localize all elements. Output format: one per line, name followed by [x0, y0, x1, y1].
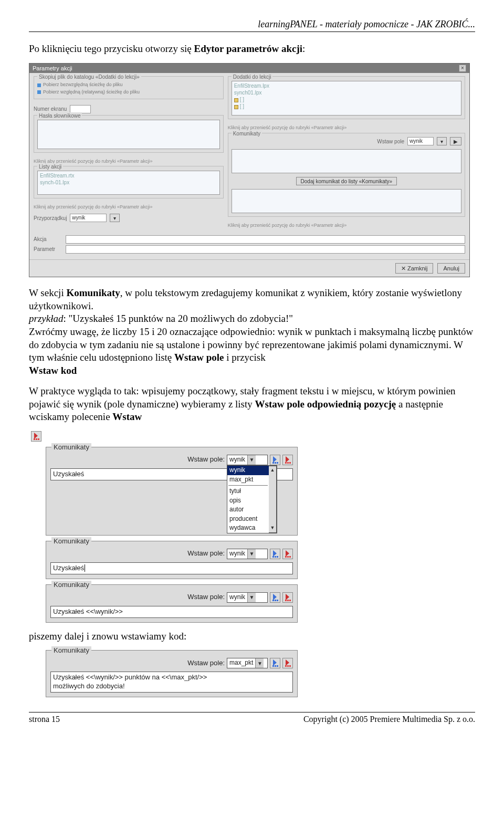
chevron-down-icon[interactable]: ▼: [255, 658, 264, 668]
dropdown-opt-maxpkt[interactable]: max_pkt: [227, 475, 269, 485]
insert-red-button[interactable]: [282, 592, 293, 603]
hint-param-4: Kliknij aby przenieść pozycję do rubryki…: [228, 221, 465, 230]
p3-b: : "Uzyskałeś 15 punktów na 20 możliwych …: [63, 313, 293, 324]
editor-window: Parametry akcji × Skopiuj plik do katalo…: [29, 63, 470, 277]
row-abs-path[interactable]: Pobierz bezwzględną ścieżkę do pliku: [37, 82, 220, 88]
komunikaty-panel-4: Komunikaty Wstaw pole: max_pkt ▼ Uzyskał…: [46, 650, 298, 697]
panel4-line2: możliwych do zdobycia!: [53, 682, 290, 691]
listy-item-1[interactable]: EnfilStream.rtx: [40, 172, 217, 179]
dodatki-list[interactable]: EnfilStream.lpx synch01.lpx [ ] [ ]: [232, 81, 461, 116]
dropdown-opt-opis[interactable]: opis: [227, 496, 269, 506]
panel1-select[interactable]: wynik ▼ wynik max_pkt tytuł opis autor p…: [227, 455, 268, 465]
bullet-icon: [37, 83, 41, 87]
parametr-input[interactable]: [66, 245, 465, 254]
insert-red-button[interactable]: [282, 549, 293, 559]
dodatki-item-1[interactable]: EnfilStream.lpx: [234, 82, 459, 89]
komunikaty-panel-3: Komunikaty Wstaw pole: wynik ▼ Uzyskałeś…: [46, 584, 298, 623]
panel3-select[interactable]: wynik ▼: [227, 592, 268, 603]
panel1-dropdown[interactable]: wynik max_pkt tytuł opis autor producent…: [227, 466, 269, 533]
akcja-input[interactable]: [66, 235, 465, 244]
p3-a: przykład: [29, 313, 63, 324]
insert-code-icon: [31, 431, 41, 442]
dodatki-item-4[interactable]: [ ]: [234, 103, 459, 110]
panel4-legend: Komunikaty: [51, 646, 91, 655]
panel1-select-value: wynik: [229, 456, 245, 464]
chevron-down-icon[interactable]: ▼: [247, 593, 256, 602]
wstaw-select[interactable]: wynik: [407, 137, 434, 145]
insert-button[interactable]: ▶: [450, 137, 461, 145]
dropdown-opt-autor[interactable]: autor: [227, 505, 269, 515]
komunikaty-list[interactable]: [232, 189, 461, 213]
panel3-label: Wstaw pole:: [187, 593, 225, 602]
komunikaty-panel-2: Komunikaty Wstaw pole: wynik ▼ Uzyskałeś: [46, 541, 298, 579]
przyp-input[interactable]: wynik: [70, 214, 107, 222]
close-icon[interactable]: ×: [459, 65, 466, 72]
p5-b: Wstaw pole odpowiednią pozycję: [255, 399, 396, 410]
scroll-up-icon[interactable]: ▲: [270, 467, 275, 474]
row-parametr: Parametr: [34, 245, 465, 254]
dodatki-item-2[interactable]: synch01.lpx: [234, 89, 459, 96]
parametr-label: Parametr: [34, 246, 62, 253]
listy-list[interactable]: EnfilStream.rtx synch-01.lpx: [37, 171, 220, 195]
p2-a: W sekcji: [29, 287, 66, 298]
p1-text-a: Po kliknięciu tego przycisku otworzy się: [29, 43, 194, 54]
group-komunikaty: Komunikaty Wstaw pole wynik ▾ ▶ Dodaj ko…: [228, 133, 465, 217]
cancel-button[interactable]: Anuluj: [437, 263, 465, 274]
screen-number-label: Numer ekranu: [34, 106, 67, 112]
insert-blue-button[interactable]: [270, 455, 280, 465]
panel2-select[interactable]: wynik ▼: [227, 549, 268, 559]
dropdown-scrollbar[interactable]: ▲▼: [269, 466, 277, 533]
add-message-button[interactable]: Dodaj komunikat do listy «Komunikaty»: [296, 177, 397, 185]
panel4-select[interactable]: max_pkt ▼: [227, 658, 268, 668]
bullet-icon: [37, 90, 41, 94]
dodatki-item-3[interactable]: [ ]: [234, 96, 459, 103]
przyp-label: Przyporządkuj: [34, 215, 67, 222]
komunikat-textarea[interactable]: [232, 149, 461, 173]
group-copy-file: Skopiuj plik do katalogu «Dodatki do lek…: [34, 76, 224, 99]
group-komunikaty-legend: Komunikaty: [232, 130, 262, 137]
row-przyp: Przyporządkuj wynik ▾: [34, 212, 224, 224]
panel4-label: Wstaw pole:: [187, 659, 225, 668]
insert-blue-button[interactable]: [270, 549, 280, 559]
chevron-down-icon[interactable]: ▼: [247, 549, 256, 559]
p1-bold: Edytor parametrów akcji: [194, 43, 303, 54]
editor-title: Parametry akcji: [33, 65, 72, 72]
group-listy: Listy akcji EnfilStream.rtx synch-01.lpx: [34, 166, 224, 198]
insert-blue-button[interactable]: [270, 658, 280, 668]
insert-blue-button[interactable]: [270, 592, 280, 603]
row-akcja: Akcja: [34, 235, 465, 244]
hasla-list[interactable]: [37, 120, 220, 149]
paragraph-6: piszemy dalej i znowu wstawiamy kod:: [29, 630, 475, 643]
panel1-text: Uzyskałeś: [53, 470, 84, 478]
group-hasla-legend: Hasła słownikowe: [37, 112, 82, 119]
panel3-text: Uzyskałeś <<\wynik/>>: [53, 607, 123, 615]
p1-text-c: :: [302, 43, 305, 54]
panel4-line1: Uzyskałeś <<\wynik/>> punktów na <<\max_…: [53, 673, 290, 682]
dodatki-item-4-label: [ ]: [240, 103, 244, 109]
dropdown-opt-tytul[interactable]: tytuł: [227, 487, 269, 496]
panel3-textbox[interactable]: Uzyskałeś <<\wynik/>>: [50, 606, 293, 618]
page-header: learningPANEL - materiały pomocnicze - J…: [29, 18, 475, 32]
wstaw-label: Wstaw pole: [377, 138, 404, 145]
scroll-down-icon[interactable]: ▼: [270, 525, 275, 531]
chevron-down-icon[interactable]: ▼: [247, 455, 256, 465]
dropdown-opt-wynik[interactable]: wynik: [227, 466, 269, 475]
wstaw-dropdown-button[interactable]: ▾: [437, 137, 447, 145]
insert-red-button[interactable]: [282, 455, 293, 465]
dropdown-opt-wydawca[interactable]: wydawca: [227, 523, 269, 533]
panel2-legend: Komunikaty: [51, 537, 91, 546]
close-button[interactable]: ✕ Zamknij: [395, 263, 434, 274]
panel1-label: Wstaw pole:: [187, 455, 225, 464]
dropdown-opt-producent[interactable]: producent: [227, 515, 269, 524]
row-rel-path[interactable]: Pobierz względną (relatywną) ścieżkę do …: [37, 89, 220, 96]
przyp-dropdown-button[interactable]: ▾: [110, 214, 120, 222]
panel2-select-value: wynik: [229, 550, 245, 558]
panel4-textbox[interactable]: Uzyskałeś <<\wynik/>> punktów na <<\max_…: [50, 672, 293, 693]
insert-red-button[interactable]: [282, 658, 293, 668]
listy-item-2[interactable]: synch-01.lpx: [40, 179, 217, 186]
p4-c: i przycisk: [224, 352, 266, 363]
hint-param-3: Kliknij aby przenieść pozycję do rubryki…: [228, 123, 465, 133]
panel2-textbox[interactable]: Uzyskałeś: [50, 562, 293, 574]
group-dodatki-legend: Dodatki do lekcji: [232, 74, 273, 80]
panel3-select-value: wynik: [229, 593, 245, 602]
